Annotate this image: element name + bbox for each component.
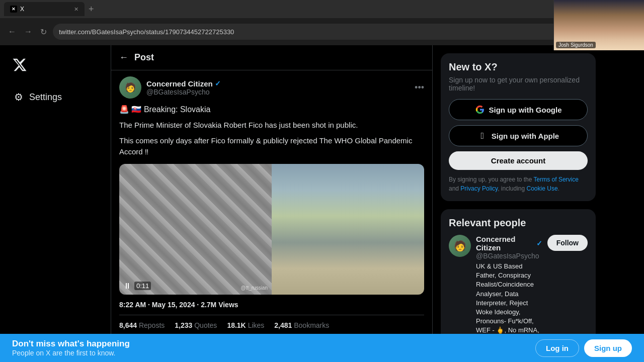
media-left[interactable]: ⏸ 0:11 @tt_russian: [119, 164, 272, 295]
cookie-link[interactable]: Cookie Use: [527, 185, 558, 192]
display-name: Concerned Citizen ✓: [146, 79, 221, 88]
relevant-people-title: Relevant people: [449, 217, 588, 229]
banner-signup-btn[interactable]: Sign up: [584, 339, 632, 357]
post-line1: 🚨 🇸🇰 Breaking: Slovakia: [119, 104, 424, 116]
follow-btn[interactable]: Follow: [547, 235, 588, 251]
settings-label: Settings: [29, 92, 62, 103]
google-signup-btn[interactable]: Sign up with Google: [449, 99, 588, 120]
post-text: 🚨 🇸🇰 Breaking: Slovakia The Prime Minist…: [119, 104, 424, 158]
stat-quotes: 1,233 Quotes: [175, 321, 217, 329]
apple-icon: : [477, 131, 488, 141]
verified-badge: ✓: [215, 79, 221, 87]
nav-bar: ← → ↻ twitter.com/BGatesIsaPsycho/status…: [0, 18, 644, 45]
new-to-x-title: New to X?: [449, 61, 588, 73]
watermark: @tt_russian: [240, 285, 268, 291]
person-verified-badge: ✓: [536, 239, 542, 247]
tab-bar: ✕ X ✕ +: [0, 0, 644, 18]
post-line3: This comes only days after Fico formally…: [119, 135, 424, 158]
banner-sub-text: People on X are the first to know.: [12, 349, 130, 357]
sidebar-logo: [8, 53, 103, 78]
apple-signup-btn[interactable]:  Sign up with Apple: [449, 125, 588, 146]
create-btn-label: Create account: [491, 156, 545, 165]
media-container[interactable]: ⏸ 0:11 @tt_russian: [119, 164, 424, 295]
post-title: Post: [134, 52, 154, 63]
x-logo-icon: [12, 57, 27, 72]
video-time: 0:11: [134, 282, 151, 290]
author-info: 🧑 Concerned Citizen ✓ @BGatesIsaPsycho: [119, 76, 221, 99]
views-label: Views: [218, 301, 238, 309]
active-tab[interactable]: ✕ X ✕: [4, 2, 85, 16]
main-content: ← Post 🧑 Concerned Citizen ✓ @BGatesIsaP…: [111, 45, 433, 362]
url-text: twitter.com/BGatesIsaPsycho/status/17907…: [59, 28, 234, 36]
forward-btn[interactable]: →: [22, 25, 34, 38]
webcam-feed: Josh Sigurdson: [554, 0, 644, 50]
banner-login-btn[interactable]: Log in: [535, 339, 579, 357]
new-tab-btn[interactable]: +: [87, 4, 96, 15]
tab-label: X: [20, 6, 24, 13]
stat-bookmarks: 2,481 Bookmarks: [274, 321, 329, 329]
banner-btns: Log in Sign up: [535, 339, 632, 357]
new-to-x-widget: New to X? Sign up now to get your own pe…: [441, 53, 596, 201]
post-body: 🧑 Concerned Citizen ✓ @BGatesIsaPsycho •…: [111, 70, 432, 342]
video-overlay: ⏸ 0:11: [123, 282, 151, 291]
post-timestamp: 8:22 AM · May 15, 2024 · 2.7M Views: [119, 301, 424, 309]
post-header: ← Post: [111, 45, 432, 70]
address-bar[interactable]: twitter.com/BGatesIsaPsycho/status/17907…: [53, 24, 573, 40]
settings-icon: ⚙: [14, 91, 23, 103]
webcam-label: Josh Sigurdson: [556, 42, 596, 48]
google-icon: [475, 105, 485, 115]
author-names: Concerned Citizen ✓ @BGatesIsaPsycho: [146, 79, 221, 96]
page-layout: ⚙ Settings ← Post 🧑 Concerned Citizen ✓ …: [0, 45, 644, 362]
more-options-btn[interactable]: •••: [415, 82, 424, 93]
back-btn[interactable]: ←: [6, 25, 18, 38]
back-arrow-btn[interactable]: ←: [119, 52, 128, 63]
right-sidebar: New to X? Sign up now to get your own pe…: [433, 45, 604, 362]
author-handle: @BGatesIsaPsycho: [146, 88, 221, 96]
browser-chrome: ✕ X ✕ + ← → ↻ twitter.com/BGatesIsaPsych…: [0, 0, 644, 45]
author-avatar[interactable]: 🧑: [119, 76, 141, 99]
author-row: 🧑 Concerned Citizen ✓ @BGatesIsaPsycho •…: [119, 76, 424, 99]
sidebar: ⚙ Settings: [0, 45, 111, 362]
person-handle: @BGatesIsaPsycho: [476, 252, 542, 260]
street-scene: [272, 164, 424, 295]
pavement-scene: [119, 164, 272, 295]
banner-main-text: Don't miss what's happening: [12, 339, 130, 349]
tab-favicon: ✕: [10, 6, 17, 13]
tos-link[interactable]: Terms of Service: [534, 176, 579, 183]
apple-btn-label: Sign up with Apple: [492, 132, 559, 140]
views-count: 2.7M: [201, 301, 216, 309]
reload-btn[interactable]: ↻: [38, 25, 49, 39]
new-to-x-subtitle: Sign up now to get your own personalized…: [449, 76, 588, 92]
stats-row: 8,644 Reposts 1,233 Quotes 18.1K Likes 2…: [119, 315, 424, 336]
person-display-name: Concerned Citizen ✓: [476, 235, 542, 252]
stat-likes: 18.1K Likes: [227, 321, 264, 329]
media-right[interactable]: [272, 164, 424, 295]
sidebar-item-settings[interactable]: ⚙ Settings: [8, 86, 103, 108]
stat-reposts: 8,644 Reposts: [119, 321, 165, 329]
webcam-overlay: Josh Sigurdson: [553, 0, 644, 50]
privacy-link[interactable]: Privacy Policy: [460, 185, 498, 192]
person-avatar[interactable]: 🧑: [449, 235, 471, 257]
tab-close-btn[interactable]: ✕: [74, 6, 78, 13]
post-line2: The Prime Minister of Slovakia Robert Fi…: [119, 120, 424, 131]
pause-icon[interactable]: ⏸: [123, 282, 131, 291]
google-btn-label: Sign up with Google: [489, 106, 562, 114]
tos-text: By signing up, you agree to the Terms of…: [449, 175, 588, 193]
create-account-btn[interactable]: Create account: [449, 151, 588, 170]
bottom-banner: Don't miss what's happening People on X …: [0, 334, 644, 362]
banner-text: Don't miss what's happening People on X …: [12, 339, 130, 357]
